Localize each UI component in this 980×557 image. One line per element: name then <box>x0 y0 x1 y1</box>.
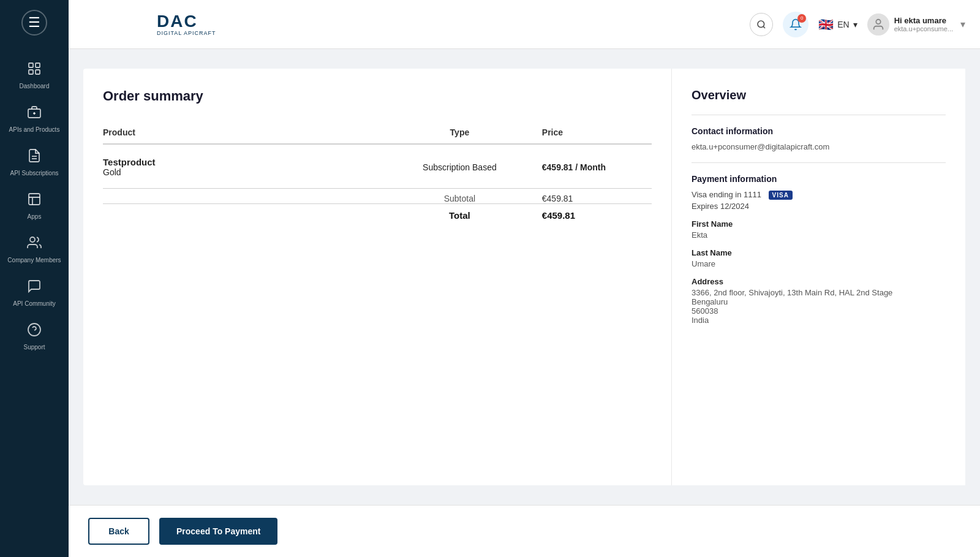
user-chevron-icon: ▾ <box>960 18 965 30</box>
payment-section-title: Payment information <box>692 174 946 184</box>
logo-dac-text: DAC <box>157 13 216 30</box>
contact-section: Contact information ekta.u+pconsumer@dig… <box>692 115 946 151</box>
svg-rect-1 <box>36 63 40 67</box>
last-name-group: Last Name Umare <box>692 248 946 268</box>
svg-rect-2 <box>29 70 33 74</box>
notification-badge: 0 <box>797 14 806 23</box>
user-name: Hi ekta umare <box>894 16 953 25</box>
apps-icon <box>27 192 42 210</box>
company-icon <box>27 235 42 254</box>
language-label: EN <box>837 20 849 29</box>
overview-panel: Overview Contact information ekta.u+pcon… <box>671 69 965 485</box>
product-type-cell: Subscription Based <box>377 144 542 183</box>
sidebar-item-apis-products[interactable]: APIs and Products <box>0 97 69 141</box>
first-name-label: First Name <box>692 219 946 229</box>
sidebar-item-support[interactable]: Support <box>0 315 69 358</box>
first-name-value: Ekta <box>692 230 946 240</box>
table-divider <box>103 183 652 194</box>
last-name-label: Last Name <box>692 248 946 257</box>
contact-section-title: Contact information <box>692 126 946 136</box>
apis-icon <box>27 105 42 123</box>
user-email: ekta.u+pconsume... <box>894 25 953 32</box>
header: DAC DIGITAL APICRAFT 0 🇬🇧 EN ▾ <box>0 0 980 49</box>
visa-ending-text: Visa ending in 1111 <box>692 190 761 199</box>
col-type: Type <box>377 121 542 144</box>
sidebar-item-apis-label: APIs and Products <box>9 126 60 134</box>
flag-icon: 🇬🇧 <box>818 17 834 32</box>
col-price: Price <box>542 121 652 144</box>
main-content: Order summary Product Type Price Testpro… <box>69 49 980 557</box>
contact-email: ekta.u+pconsumer@digitalapicraft.com <box>692 142 946 151</box>
user-avatar-icon <box>867 13 889 36</box>
svg-rect-9 <box>29 194 40 205</box>
language-chevron-icon: ▾ <box>853 20 858 29</box>
total-row: Total €459.81 <box>103 204 652 227</box>
overview-title: Overview <box>692 88 946 102</box>
visa-tag: VISA <box>769 191 793 200</box>
subtotal-row: Subtotal €459.81 <box>103 194 652 203</box>
order-table: Product Type Price Testproduct Gold Subs… <box>103 121 652 227</box>
order-summary-panel: Order summary Product Type Price Testpro… <box>83 69 671 485</box>
address-line2: Bengaluru <box>692 297 946 306</box>
sidebar-item-dashboard[interactable]: Dashboard <box>0 54 69 97</box>
support-icon <box>27 322 42 341</box>
sidebar-item-apps[interactable]: Apps <box>0 184 69 228</box>
svg-point-10 <box>30 237 35 242</box>
logo-sub-text: DIGITAL APICRAFT <box>157 30 216 36</box>
total-value: €459.81 <box>542 204 652 227</box>
sidebar-item-dashboard-label: Dashboard <box>20 83 50 90</box>
address-line4: India <box>692 316 946 325</box>
dashboard-icon <box>27 61 42 80</box>
subscriptions-icon <box>27 148 42 167</box>
svg-point-15 <box>876 19 880 23</box>
svg-point-13 <box>758 21 764 28</box>
product-name: Testproduct <box>103 157 377 167</box>
menu-icon[interactable]: ☰ <box>21 10 47 36</box>
content-body: Order summary Product Type Price Testpro… <box>69 49 980 505</box>
svg-rect-0 <box>29 63 33 67</box>
sidebar-item-api-subscriptions[interactable]: API Subscriptions <box>0 141 69 184</box>
proceed-to-payment-button[interactable]: Proceed To Payment <box>159 518 277 545</box>
user-details: Hi ekta umare ekta.u+pconsume... <box>894 16 953 32</box>
sidebar-item-support-label: Support <box>23 344 45 351</box>
footer-bar: Back Proceed To Payment <box>69 505 980 557</box>
payment-section: Payment information Visa ending in 1111 … <box>692 162 946 325</box>
first-name-group: First Name Ekta <box>692 219 946 240</box>
last-name-value: Umare <box>692 259 946 268</box>
visa-line: Visa ending in 1111 VISA <box>692 190 946 200</box>
svg-point-11 <box>28 324 40 336</box>
product-name-cell: Testproduct Gold <box>103 144 377 183</box>
order-summary-title: Order summary <box>103 88 652 104</box>
notifications-button[interactable]: 0 <box>783 12 809 37</box>
product-row: Testproduct Gold Subscription Based €459… <box>103 144 652 183</box>
logo: DAC DIGITAL APICRAFT <box>157 13 216 36</box>
svg-line-14 <box>763 26 765 28</box>
header-actions: 0 🇬🇧 EN ▾ Hi ekta umare ekta.u+pconsume.… <box>750 12 965 37</box>
product-price-cell: €459.81 / Month <box>542 144 652 183</box>
product-tier: Gold <box>103 167 377 177</box>
subtotal-value: €459.81 <box>542 194 652 203</box>
search-button[interactable] <box>750 13 773 36</box>
svg-rect-3 <box>36 70 40 74</box>
col-product: Product <box>103 121 377 144</box>
sidebar-item-community-label: API Community <box>13 300 55 308</box>
sidebar-item-company-members[interactable]: Company Members <box>0 228 69 271</box>
address-label: Address <box>692 277 946 286</box>
address-line3: 560038 <box>692 306 946 316</box>
table-header-row: Product Type Price <box>103 121 652 144</box>
user-menu[interactable]: Hi ekta umare ekta.u+pconsume... ▾ <box>867 13 965 36</box>
address-group: Address 3366, 2nd floor, Shivajoyti, 13t… <box>692 277 946 325</box>
back-button[interactable]: Back <box>88 518 149 545</box>
community-icon <box>27 279 42 297</box>
sidebar: ☰ Dashboard APIs and Products <box>0 0 69 557</box>
sidebar-item-apps-label: Apps <box>28 213 42 221</box>
address-line1: 3366, 2nd floor, Shivajoyti, 13th Main R… <box>692 288 946 297</box>
subtotal-label: Subtotal <box>377 194 542 203</box>
total-label: Total <box>377 204 542 227</box>
sidebar-item-subscriptions-label: API Subscriptions <box>10 170 59 177</box>
expires-line: Expires 12/2024 <box>692 202 946 211</box>
sidebar-item-company-label: Company Members <box>7 257 61 264</box>
sidebar-item-api-community[interactable]: API Community <box>0 271 69 315</box>
language-selector[interactable]: 🇬🇧 EN ▾ <box>818 17 857 32</box>
